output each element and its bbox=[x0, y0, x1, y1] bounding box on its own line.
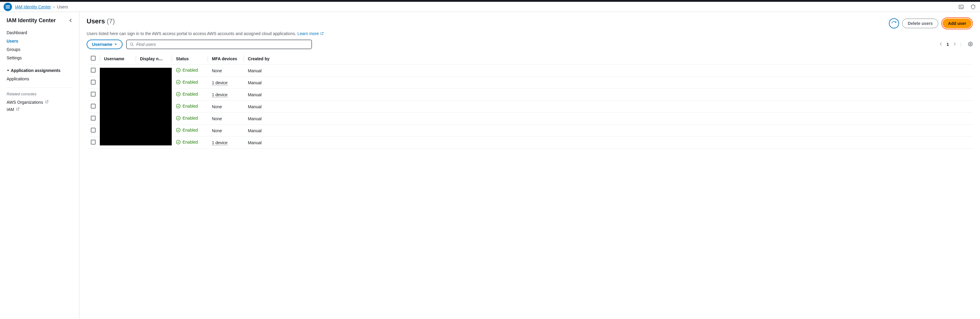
cell-mfa: None bbox=[208, 113, 243, 125]
sidebar-item-dashboard[interactable]: Dashboard bbox=[6, 29, 73, 37]
row-checkbox[interactable] bbox=[91, 128, 95, 132]
chevron-right-icon: › bbox=[53, 5, 55, 9]
sidebar-item-users[interactable]: Users bbox=[6, 37, 73, 45]
cell-status: Enabled bbox=[172, 137, 208, 149]
hamburger-icon bbox=[6, 5, 10, 9]
svg-point-8 bbox=[176, 92, 180, 96]
table-row: EnabledNoneManual bbox=[87, 113, 973, 125]
related-link-aws-organizations[interactable]: AWS Organizations bbox=[6, 99, 73, 106]
menu-button[interactable] bbox=[3, 3, 12, 11]
table-row: Enabled1 deviceManual bbox=[87, 137, 973, 149]
row-checkbox[interactable] bbox=[91, 104, 95, 108]
caret-down-icon bbox=[6, 69, 10, 72]
svg-rect-1 bbox=[6, 6, 10, 7]
table-row: EnabledNoneManual bbox=[87, 101, 973, 113]
cell-created-by: Manual bbox=[243, 125, 973, 137]
cell-created-by: Manual bbox=[243, 113, 973, 125]
col-display-name[interactable]: Display n… bbox=[136, 53, 172, 65]
col-status[interactable]: Status bbox=[172, 53, 208, 65]
check-circle-icon bbox=[176, 140, 181, 145]
refresh-icon bbox=[891, 21, 897, 26]
col-mfa-devices[interactable]: MFA devices bbox=[208, 53, 243, 65]
add-user-highlight: Add user bbox=[941, 18, 973, 29]
cell-status: Enabled bbox=[172, 101, 208, 113]
cell-created-by: Manual bbox=[243, 101, 973, 113]
mfa-device-link[interactable]: 1 device bbox=[212, 140, 228, 145]
page-description: Users listed here can sign in to the AWS… bbox=[87, 31, 973, 36]
search-input[interactable] bbox=[136, 42, 309, 47]
mfa-device-link[interactable]: 1 device bbox=[212, 93, 228, 97]
external-link-icon bbox=[16, 107, 19, 112]
svg-point-4 bbox=[130, 43, 132, 45]
delete-users-button[interactable]: Delete users bbox=[902, 19, 939, 28]
mfa-device-link[interactable]: 1 device bbox=[212, 80, 228, 85]
filter-attribute-dropdown[interactable]: Username bbox=[87, 40, 123, 49]
check-circle-icon bbox=[176, 104, 181, 108]
svg-point-5 bbox=[970, 43, 971, 45]
svg-point-6 bbox=[176, 68, 180, 72]
table-row: EnabledNoneManual bbox=[87, 125, 973, 137]
row-checkbox[interactable] bbox=[91, 116, 95, 121]
svg-point-10 bbox=[176, 116, 180, 120]
cell-created-by: Manual bbox=[243, 137, 973, 149]
redacted-usernames bbox=[100, 65, 172, 149]
notifications-icon[interactable] bbox=[970, 3, 977, 10]
related-consoles-heading: Related consoles bbox=[6, 92, 73, 96]
select-all-checkbox[interactable] bbox=[91, 56, 95, 61]
check-circle-icon bbox=[176, 68, 181, 73]
search-box[interactable] bbox=[126, 40, 312, 49]
cell-created-by: Manual bbox=[243, 89, 973, 101]
external-link-icon bbox=[320, 32, 324, 35]
row-checkbox[interactable] bbox=[91, 68, 95, 73]
caret-down-icon bbox=[114, 43, 117, 46]
sidebar: IAM Identity Center DashboardUsersGroups… bbox=[0, 12, 80, 319]
table-row: EnabledNoneManual bbox=[87, 65, 973, 77]
check-circle-icon bbox=[176, 116, 181, 121]
sidebar-title: IAM Identity Center bbox=[6, 18, 56, 24]
breadcrumb-current: Users bbox=[57, 5, 68, 9]
sidebar-section-application-assignments[interactable]: Application assignments bbox=[6, 66, 73, 75]
learn-more-link[interactable]: Learn more bbox=[297, 31, 324, 36]
row-checkbox[interactable] bbox=[91, 140, 95, 145]
svg-point-9 bbox=[176, 104, 180, 108]
sidebar-item-settings[interactable]: Settings bbox=[6, 54, 73, 62]
check-circle-icon bbox=[176, 80, 181, 85]
cell-status: Enabled bbox=[172, 125, 208, 137]
users-table: Username Display n… Status MFA devices C… bbox=[87, 53, 973, 149]
page-number: 1 bbox=[947, 42, 949, 47]
col-username[interactable]: Username bbox=[100, 53, 136, 65]
svg-point-12 bbox=[176, 140, 180, 144]
chevron-left-icon bbox=[69, 19, 73, 22]
breadcrumb-root[interactable]: IAM Identity Center bbox=[15, 5, 51, 9]
table-settings-button[interactable] bbox=[968, 41, 973, 47]
cell-status: Enabled bbox=[172, 77, 208, 89]
check-circle-icon bbox=[176, 128, 181, 132]
sidebar-item-groups[interactable]: Groups bbox=[6, 45, 73, 54]
table-row: Enabled1 deviceManual bbox=[87, 89, 973, 101]
breadcrumb: IAM Identity Center › Users bbox=[15, 5, 68, 9]
cell-created-by: Manual bbox=[243, 65, 973, 77]
related-link-iam[interactable]: IAM bbox=[6, 106, 73, 113]
page-prev-button[interactable] bbox=[940, 42, 943, 47]
pagination: 1 | bbox=[940, 41, 973, 47]
cloudshell-icon[interactable] bbox=[958, 3, 964, 10]
cell-mfa: 1 device bbox=[208, 89, 243, 101]
user-count: (7) bbox=[107, 18, 115, 25]
main-content: Users (7) Delete users Add user Users li… bbox=[80, 12, 980, 319]
col-created-by[interactable]: Created by bbox=[243, 53, 973, 65]
cell-mfa: 1 device bbox=[208, 137, 243, 149]
page-next-button[interactable] bbox=[953, 42, 956, 47]
sidebar-collapse-button[interactable] bbox=[69, 18, 73, 23]
add-user-button[interactable]: Add user bbox=[943, 19, 972, 28]
svg-rect-0 bbox=[6, 5, 10, 6]
refresh-button[interactable] bbox=[889, 18, 899, 29]
row-checkbox[interactable] bbox=[91, 80, 95, 85]
sidebar-item-applications[interactable]: Applications bbox=[6, 75, 73, 83]
external-link-icon bbox=[45, 100, 49, 105]
cell-mfa: None bbox=[208, 125, 243, 137]
cell-mfa: 1 device bbox=[208, 77, 243, 89]
topbar: IAM Identity Center › Users bbox=[0, 0, 980, 12]
svg-point-11 bbox=[176, 128, 180, 132]
cell-status: Enabled bbox=[172, 89, 208, 101]
row-checkbox[interactable] bbox=[91, 92, 95, 97]
